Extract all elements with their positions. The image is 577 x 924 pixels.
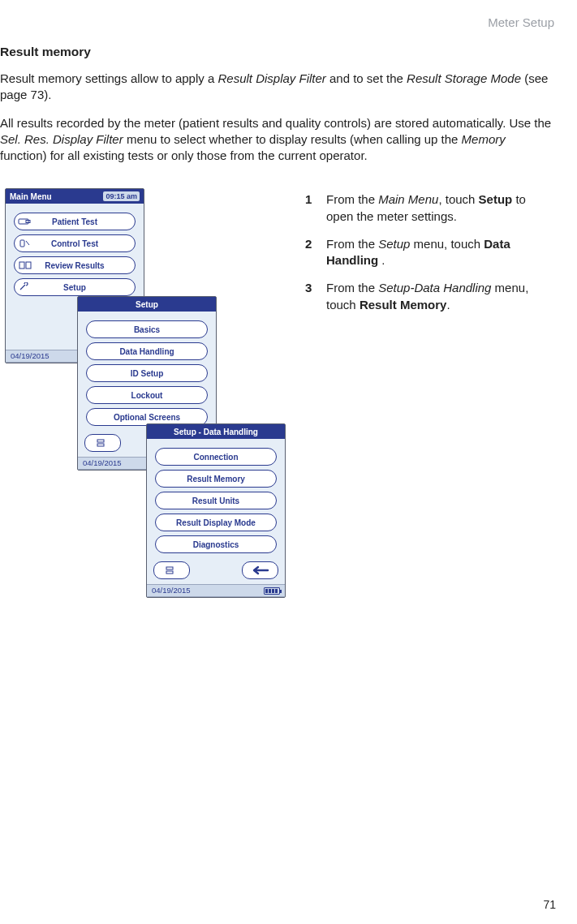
text: menu to select whether to display result… <box>123 132 462 146</box>
device-titlebar: Setup - Data Handling <box>147 424 285 439</box>
connection-button[interactable]: Connection <box>155 448 277 466</box>
device-titlebar: Main Menu 09:15 am <box>6 189 144 204</box>
button-label: Setup <box>63 282 86 294</box>
step-number: 3 <box>305 280 326 313</box>
logout-button[interactable] <box>84 434 121 452</box>
device-title: Setup <box>136 299 158 311</box>
button-label: Result Display Mode <box>176 518 256 529</box>
device-time: 09:15 am <box>103 191 140 201</box>
logout-icon <box>96 438 110 448</box>
svg-rect-5 <box>26 262 31 269</box>
basics-button[interactable]: Basics <box>86 320 208 338</box>
data-handling-button[interactable]: Data Handling <box>86 342 208 360</box>
button-label: Lockout <box>131 390 163 402</box>
svg-rect-6 <box>97 440 104 442</box>
result-units-button[interactable]: Result Units <box>155 492 277 509</box>
control-test-button[interactable]: Control Test <box>14 234 136 252</box>
patient-test-button[interactable]: Patient Test <box>14 213 136 230</box>
result-memory-button[interactable]: Result Memory <box>155 470 277 488</box>
button-label: Patient Test <box>52 217 97 228</box>
device-title: Setup - Data Handling <box>174 427 258 438</box>
step-3: 3 From the Setup-Data Handling menu, tou… <box>305 280 554 313</box>
emphasis-text: Setup <box>378 237 410 251</box>
device-titlebar: Setup <box>78 297 216 312</box>
emphasis-text: Memory <box>462 132 506 146</box>
device-date: 04/19/2015 <box>152 586 191 596</box>
text: , touch <box>438 192 478 206</box>
button-label: Diagnostics <box>193 539 239 551</box>
back-arrow-icon <box>250 565 271 576</box>
back-button[interactable] <box>242 561 278 579</box>
results-icon <box>18 260 32 271</box>
button-label: Data Handling <box>119 346 174 358</box>
button-label: Result Memory <box>187 474 245 485</box>
emphasis-text: Result Display Filter <box>217 71 325 85</box>
step-number: 1 <box>305 191 326 225</box>
svg-rect-7 <box>97 444 104 446</box>
emphasis-text: Sel. Res. Display Filter <box>0 132 123 146</box>
review-results-button[interactable]: Review Results <box>14 256 136 274</box>
wrench-icon <box>18 281 32 293</box>
svg-rect-9 <box>166 571 173 574</box>
svg-rect-4 <box>19 262 24 269</box>
lockout-button[interactable]: Lockout <box>86 386 208 404</box>
steps-list: 1 From the Main Menu, touch Setup to ope… <box>305 188 554 659</box>
logout-button[interactable] <box>153 561 190 579</box>
text: . <box>378 253 385 267</box>
page-number: 71 <box>543 897 556 913</box>
device-data-handling-menu: Setup - Data Handling Connection Result … <box>146 423 286 598</box>
screens-illustration: Main Menu 09:15 am Patient Test C <box>0 188 284 659</box>
result-display-mode-button[interactable]: Result Display Mode <box>155 514 277 531</box>
emphasis-text: Main Menu <box>378 192 438 206</box>
svg-rect-8 <box>166 567 173 569</box>
text: From the <box>326 237 378 251</box>
text: All results recorded by the meter (patie… <box>0 116 551 130</box>
text: Result memory settings allow to apply a <box>0 71 217 85</box>
section-title: Result memory <box>0 44 554 61</box>
step-number: 2 <box>305 236 326 269</box>
device-date: 04/19/2015 <box>83 458 122 469</box>
setup-button[interactable]: Setup <box>14 278 136 296</box>
device-title: Main Menu <box>10 191 52 203</box>
svg-line-3 <box>26 241 29 245</box>
diagnostics-button[interactable]: Diagnostics <box>155 535 277 553</box>
bottle-icon <box>18 238 32 249</box>
bold-text: Result Memory <box>360 298 447 312</box>
button-label: Result Units <box>192 496 239 507</box>
intro-paragraph-1: Result memory settings allow to apply a … <box>0 71 554 104</box>
text: . <box>446 298 450 312</box>
svg-rect-0 <box>19 219 28 224</box>
text: function) for all existing tests or only… <box>0 148 368 162</box>
step-2: 2 From the Setup menu, touch Data Handli… <box>305 236 554 269</box>
text: From the <box>326 281 378 294</box>
button-label: Control Test <box>51 239 98 250</box>
emphasis-text: Result Storage Mode <box>407 71 521 85</box>
button-label: Basics <box>134 324 160 336</box>
logout-icon <box>165 565 179 575</box>
button-label: Connection <box>194 452 239 463</box>
svg-rect-2 <box>20 240 24 247</box>
button-label: Review Results <box>45 260 104 272</box>
emphasis-text: Setup-Data Handling <box>378 281 491 294</box>
device-date: 04/19/2015 <box>11 351 50 362</box>
button-label: ID Setup <box>131 368 164 380</box>
step-1: 1 From the Main Menu, touch Setup to ope… <box>305 191 554 225</box>
test-strip-icon <box>18 216 32 227</box>
id-setup-button[interactable]: ID Setup <box>86 364 208 382</box>
text: menu, touch <box>410 237 484 251</box>
button-label: Optional Screens <box>114 412 180 423</box>
page-header: Meter Setup <box>0 0 577 39</box>
text: From the <box>326 192 378 206</box>
intro-paragraph-2: All results recorded by the meter (patie… <box>0 115 554 165</box>
bold-text: Setup <box>479 192 513 206</box>
device-footer: 04/19/2015 <box>147 584 285 597</box>
text: and to set the <box>326 71 407 85</box>
battery-icon <box>264 587 280 595</box>
